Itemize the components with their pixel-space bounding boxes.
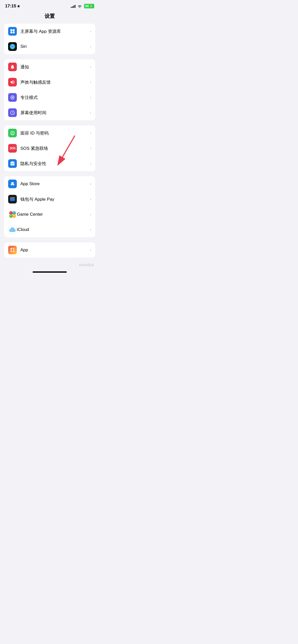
chevron-icon: ›	[90, 197, 91, 201]
notifications-label: 通知	[20, 64, 90, 70]
status-bar: 17:15 94 ⚡	[0, 0, 99, 11]
homescreen-row[interactable]: 主屏幕与 App 资源库 ›	[4, 24, 95, 39]
settings-group-2: 通知 › 声效与触感反馈 › 专注模式 › 屏幕使用时间 ›	[4, 59, 95, 120]
wallet-row[interactable]: 钱包与 Apple Pay ›	[4, 192, 95, 207]
app-label: App	[20, 247, 90, 253]
chevron-icon: ›	[90, 29, 91, 34]
chevron-icon: ›	[90, 146, 91, 151]
chevron-icon: ›	[90, 227, 91, 232]
chevron-icon: ›	[90, 131, 91, 135]
gamecenter-icon	[8, 210, 17, 219]
sos-icon: SOS	[8, 144, 17, 153]
chevron-icon: ›	[90, 212, 91, 217]
app-icon	[8, 246, 17, 254]
chevron-icon: ›	[90, 248, 91, 252]
svg-rect-3	[13, 32, 15, 33]
icloud-icon	[8, 225, 17, 234]
svg-rect-12	[10, 198, 15, 201]
siri-label: Siri	[20, 44, 90, 49]
focus-label: 专注模式	[20, 95, 90, 100]
app-row[interactable]: App ›	[4, 242, 95, 258]
chevron-icon: ›	[90, 161, 91, 166]
chevron-icon: ›	[90, 110, 91, 115]
appstore-row[interactable]: App Store ›	[4, 176, 95, 192]
chevron-icon: ›	[90, 80, 91, 84]
screentime-icon	[8, 108, 17, 117]
notifications-row[interactable]: 通知 ›	[4, 59, 95, 75]
faceid-row[interactable]: 面容 ID 与密码 ›	[4, 125, 95, 141]
svg-point-14	[12, 211, 16, 215]
faceid-icon	[8, 129, 17, 137]
sounds-icon	[8, 78, 17, 86]
privacy-icon	[8, 159, 17, 168]
siri-row[interactable]: Siri ›	[4, 39, 95, 54]
appstore-label: App Store	[20, 181, 90, 186]
screentime-label: 屏幕使用时间	[20, 110, 90, 116]
focus-row[interactable]: 专注模式 ›	[4, 90, 95, 105]
settings-group-1: 主屏幕与 App 资源库 › Siri ›	[4, 24, 95, 54]
wifi-icon	[77, 5, 82, 8]
battery-icon: 94 ⚡	[84, 4, 94, 8]
settings-group-3: 面容 ID 与密码 › SOS SOS 紧急联络 › 隐私与安全性 ›	[4, 125, 95, 171]
location-icon	[17, 5, 20, 8]
settings-group-4: App Store › 钱包与 Apple Pay ›	[4, 176, 95, 237]
homescreen-label: 主屏幕与 App 资源库	[20, 28, 90, 34]
faceid-label: 面容 ID 与密码	[20, 130, 90, 136]
sos-row[interactable]: SOS SOS 紧急联络 ›	[4, 141, 95, 156]
chevron-icon: ›	[90, 65, 91, 69]
status-right: 94 ⚡	[71, 4, 94, 8]
screentime-row[interactable]: 屏幕使用时间 ›	[4, 105, 95, 120]
svg-rect-17	[11, 248, 12, 250]
svg-rect-1	[13, 29, 15, 31]
privacy-row[interactable]: 隐私与安全性 ›	[4, 156, 95, 171]
gamecenter-row[interactable]: Game Center ›	[4, 207, 95, 222]
status-time: 17:15	[5, 4, 20, 9]
sounds-label: 声效与触感反馈	[20, 79, 90, 85]
page-title: 设置	[0, 11, 99, 24]
svg-point-13	[9, 211, 13, 215]
sounds-row[interactable]: 声效与触感反馈 ›	[4, 75, 95, 90]
svg-rect-2	[10, 32, 12, 33]
chevron-icon: ›	[90, 95, 91, 100]
sos-label: SOS 紧急联络	[20, 145, 90, 151]
wallet-icon	[8, 195, 17, 203]
home-indicator[interactable]	[33, 271, 67, 273]
icloud-label: iCloud	[17, 227, 90, 232]
chevron-icon: ›	[90, 44, 91, 49]
svg-rect-20	[13, 251, 15, 252]
siri-icon	[8, 42, 17, 51]
chevron-icon: ›	[90, 182, 91, 186]
gamecenter-label: Game Center	[17, 212, 90, 217]
svg-point-15	[9, 214, 13, 218]
focus-icon	[8, 93, 17, 102]
svg-point-16	[12, 214, 16, 218]
svg-rect-0	[10, 29, 12, 31]
svg-rect-19	[11, 251, 12, 252]
appstore-icon	[8, 180, 17, 188]
watermark: Baidu练金	[0, 263, 99, 268]
icloud-row[interactable]: iCloud ›	[4, 222, 95, 237]
notifications-icon	[8, 63, 17, 71]
homescreen-icon	[8, 27, 17, 36]
privacy-label: 隐私与安全性	[20, 161, 90, 167]
wallet-label: 钱包与 Apple Pay	[20, 196, 90, 202]
signal-icon	[71, 4, 75, 8]
svg-rect-18	[13, 248, 15, 250]
settings-group-5: App ›	[4, 242, 95, 258]
